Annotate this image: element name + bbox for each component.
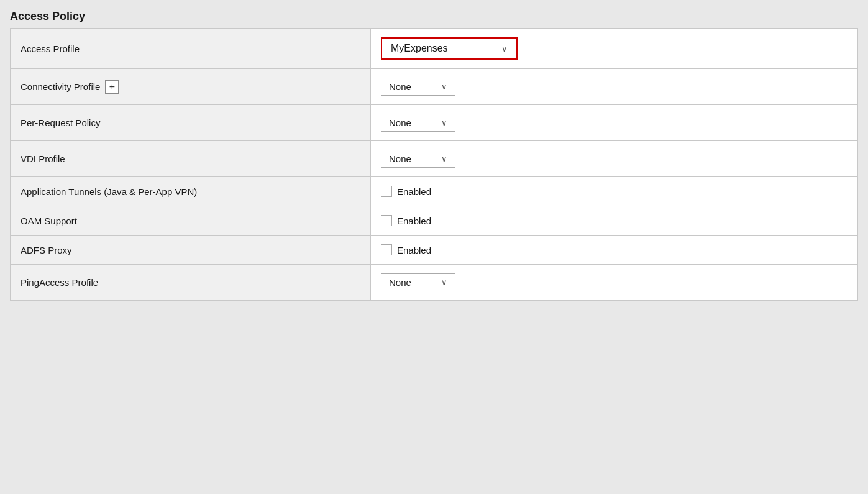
vdi-profile-value: None bbox=[389, 153, 411, 164]
per-request-policy-dropdown[interactable]: None ∨ bbox=[381, 114, 455, 132]
label-cell-adfs-proxy: ADFS Proxy bbox=[11, 236, 371, 265]
table-row: VDI Profile None ∨ bbox=[11, 141, 858, 177]
table-row: Per-Request Policy None ∨ bbox=[11, 105, 858, 141]
chevron-down-icon: ∨ bbox=[441, 154, 447, 163]
chevron-down-icon: ∨ bbox=[441, 118, 447, 127]
chevron-down-icon: ∨ bbox=[441, 82, 447, 91]
value-cell-access-profile: MyExpenses ∨ bbox=[371, 29, 858, 69]
access-profile-value: MyExpenses bbox=[391, 43, 448, 54]
application-tunnels-label: Enabled bbox=[397, 186, 431, 197]
label-inner-connectivity: Connectivity Profile + bbox=[21, 80, 360, 94]
plus-button-connectivity[interactable]: + bbox=[105, 80, 119, 94]
value-cell-adfs-proxy: Enabled bbox=[371, 236, 858, 265]
oam-support-label: Enabled bbox=[397, 216, 431, 226]
label-cell-oam-support: OAM Support bbox=[11, 206, 371, 236]
chevron-down-icon: ∨ bbox=[441, 278, 447, 287]
label-vdi-profile: VDI Profile bbox=[21, 153, 65, 164]
value-cell-per-request-policy: None ∨ bbox=[371, 105, 858, 141]
label-connectivity-profile: Connectivity Profile bbox=[21, 81, 100, 92]
label-cell-pingaccess-profile: PingAccess Profile bbox=[11, 265, 371, 301]
access-profile-dropdown[interactable]: MyExpenses ∨ bbox=[381, 37, 518, 60]
pingaccess-profile-dropdown[interactable]: None ∨ bbox=[381, 273, 455, 291]
label-per-request-policy: Per-Request Policy bbox=[21, 117, 100, 128]
table-row: Connectivity Profile + None ∨ bbox=[11, 69, 858, 105]
label-pingaccess-profile: PingAccess Profile bbox=[21, 277, 98, 288]
oam-support-checkbox[interactable] bbox=[381, 215, 392, 226]
value-cell-vdi-profile: None ∨ bbox=[371, 141, 858, 177]
value-cell-pingaccess-profile: None ∨ bbox=[371, 265, 858, 301]
checkbox-row-oam-support: Enabled bbox=[381, 215, 847, 226]
page-container: Access Policy Access Profile MyExpenses … bbox=[0, 0, 868, 494]
checkbox-row-adfs-proxy: Enabled bbox=[381, 244, 847, 255]
connectivity-profile-value: None bbox=[389, 81, 411, 92]
connectivity-profile-dropdown[interactable]: None ∨ bbox=[381, 78, 455, 96]
application-tunnels-checkbox[interactable] bbox=[381, 186, 392, 197]
label-cell-access-profile: Access Profile bbox=[11, 29, 371, 69]
table-row: Access Profile MyExpenses ∨ bbox=[11, 29, 858, 69]
pingaccess-profile-value: None bbox=[389, 277, 411, 288]
label-adfs-proxy: ADFS Proxy bbox=[21, 245, 72, 255]
value-cell-oam-support: Enabled bbox=[371, 206, 858, 236]
adfs-proxy-label: Enabled bbox=[397, 245, 431, 255]
value-cell-connectivity-profile: None ∨ bbox=[371, 69, 858, 105]
per-request-policy-value: None bbox=[389, 117, 411, 128]
table-row: OAM Support Enabled bbox=[11, 206, 858, 236]
label-oam-support: OAM Support bbox=[21, 216, 77, 226]
label-cell-per-request-policy: Per-Request Policy bbox=[11, 105, 371, 141]
section-title: Access Policy bbox=[10, 10, 858, 23]
label-cell-connectivity-profile: Connectivity Profile + bbox=[11, 69, 371, 105]
form-table: Access Profile MyExpenses ∨ Connectivity… bbox=[10, 28, 858, 301]
table-row: PingAccess Profile None ∨ bbox=[11, 265, 858, 301]
label-cell-application-tunnels: Application Tunnels (Java & Per-App VPN) bbox=[11, 177, 371, 206]
value-cell-application-tunnels: Enabled bbox=[371, 177, 858, 206]
label-cell-vdi-profile: VDI Profile bbox=[11, 141, 371, 177]
vdi-profile-dropdown[interactable]: None ∨ bbox=[381, 150, 455, 168]
label-application-tunnels: Application Tunnels (Java & Per-App VPN) bbox=[21, 186, 197, 197]
checkbox-row-application-tunnels: Enabled bbox=[381, 186, 847, 197]
table-row: Application Tunnels (Java & Per-App VPN)… bbox=[11, 177, 858, 206]
adfs-proxy-checkbox[interactable] bbox=[381, 244, 392, 255]
label-access-profile: Access Profile bbox=[21, 43, 80, 54]
chevron-down-icon: ∨ bbox=[501, 44, 508, 53]
table-row: ADFS Proxy Enabled bbox=[11, 236, 858, 265]
